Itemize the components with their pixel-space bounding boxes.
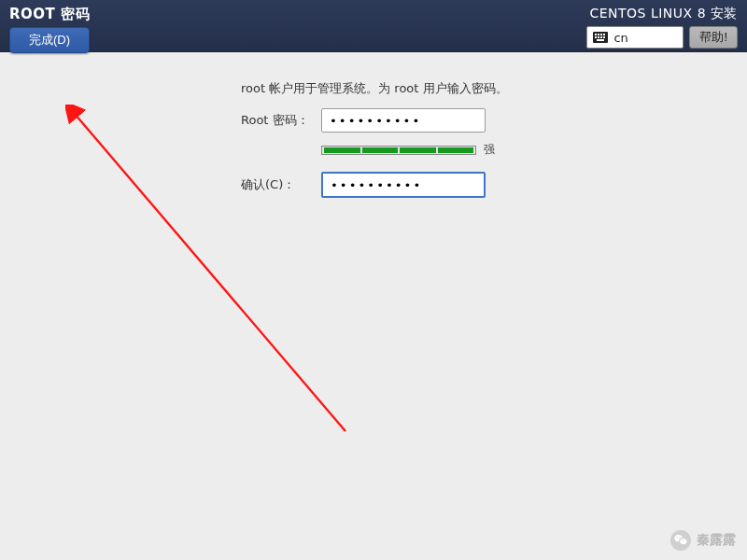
wechat-icon <box>670 530 691 551</box>
strength-text: 强 <box>484 142 495 158</box>
password-row: Root 密码： <box>241 108 486 133</box>
keyboard-layout-selector[interactable]: cn <box>586 26 684 49</box>
svg-rect-1 <box>595 34 597 35</box>
svg-rect-7 <box>600 36 602 38</box>
keyboard-layout-text: cn <box>613 31 627 45</box>
svg-rect-2 <box>598 34 599 35</box>
strength-meter-group: 强 <box>321 142 495 158</box>
strength-seg-3 <box>400 147 436 153</box>
strength-seg-4 <box>438 147 474 153</box>
product-title: CENTOS LINUX 8 安装 <box>589 6 738 22</box>
svg-rect-5 <box>595 36 597 38</box>
confirm-row: 确认(C)： <box>241 172 486 198</box>
watermark: 秦露露 <box>670 530 736 551</box>
main-area: root 帐户用于管理系统。为 root 用户输入密码。 Root 密码： 强 … <box>0 52 747 560</box>
confirm-password-input[interactable] <box>321 172 486 198</box>
strength-meter <box>321 146 476 155</box>
keyboard-icon <box>593 32 608 43</box>
svg-line-10 <box>75 114 345 431</box>
watermark-author: 秦露露 <box>697 532 736 549</box>
root-password-input[interactable] <box>321 108 486 133</box>
page-title: ROOT 密码 <box>9 6 90 23</box>
right-controls: cn 帮助! <box>586 26 738 49</box>
top-right-group: CENTOS LINUX 8 安装 cn 帮助! <box>586 6 738 49</box>
done-button[interactable]: 完成(D) <box>9 27 90 53</box>
confirm-label: 确认(C)： <box>241 176 321 193</box>
svg-rect-8 <box>603 36 605 38</box>
strength-seg-2 <box>362 147 399 153</box>
svg-rect-4 <box>603 34 605 35</box>
svg-rect-3 <box>600 34 602 35</box>
svg-rect-9 <box>597 39 604 41</box>
svg-rect-6 <box>598 36 599 38</box>
top-bar: ROOT 密码 完成(D) CENTOS LINUX 8 安装 cn 帮助! <box>0 0 747 52</box>
instructions-text: root 帐户用于管理系统。为 root 用户输入密码。 <box>241 80 508 97</box>
top-left-group: ROOT 密码 完成(D) <box>9 6 90 53</box>
help-button[interactable]: 帮助! <box>689 26 738 49</box>
password-label: Root 密码： <box>241 112 321 129</box>
strength-seg-1 <box>324 147 360 153</box>
installer-screen: ROOT 密码 完成(D) CENTOS LINUX 8 安装 cn 帮助! r… <box>0 0 747 560</box>
